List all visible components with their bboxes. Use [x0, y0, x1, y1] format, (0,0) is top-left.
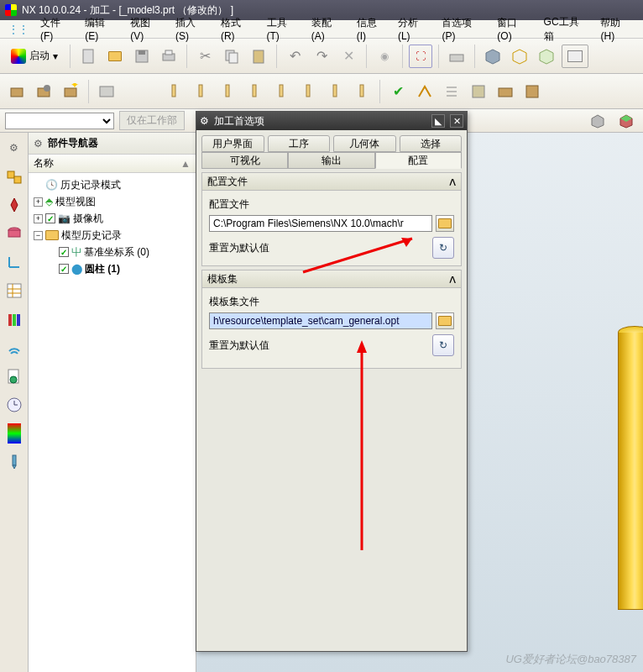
cam-btn-4[interactable]: [95, 80, 118, 103]
checkbox-icon[interactable]: ✓: [59, 264, 69, 274]
menu-tools[interactable]: 工具(T): [262, 14, 305, 44]
rail-clock[interactable]: [4, 395, 24, 415]
rail-globe[interactable]: [4, 366, 24, 386]
column-sort-icon[interactable]: ▲: [180, 158, 191, 170]
tab-output[interactable]: 输出: [288, 152, 374, 169]
menu-window[interactable]: 窗口(O): [492, 14, 536, 44]
open-button[interactable]: [103, 45, 127, 68]
rail-db[interactable]: [4, 223, 24, 244]
menu-help[interactable]: 帮助(H): [595, 14, 640, 44]
rail-sheet[interactable]: [4, 281, 24, 301]
tree-row-model-view[interactable]: + ⬘ 模型视图: [30, 193, 194, 210]
shade-button[interactable]: [481, 45, 504, 68]
stop-button[interactable]: ◉: [373, 45, 396, 68]
selection-filter[interactable]: [5, 113, 114, 129]
dialog-close-button[interactable]: ✕: [450, 114, 463, 128]
tab-geometry[interactable]: 几何体: [333, 135, 396, 152]
paste-button[interactable]: [247, 45, 270, 68]
tree-row-history-mode[interactable]: 🕓 历史记录模式: [30, 176, 194, 193]
cam-list[interactable]: [440, 80, 463, 103]
rail-drill[interactable]: [4, 452, 24, 472]
rail-wifi[interactable]: [4, 338, 24, 358]
cam-btn-1[interactable]: [5, 80, 29, 103]
tab-operation[interactable]: 工序: [268, 135, 331, 152]
layer-button[interactable]: [562, 45, 588, 68]
menu-handle-icon[interactable]: ⋮⋮: [3, 22, 34, 37]
cam-shop[interactable]: [520, 80, 544, 103]
collapse-icon[interactable]: ʌ: [449, 272, 456, 286]
dialog-titlebar[interactable]: ⚙ 加工首选项 ◣ ✕: [196, 112, 467, 130]
cam-btn-5[interactable]: [162, 80, 186, 103]
rail-constraint[interactable]: [4, 195, 24, 215]
rail-books[interactable]: [4, 309, 24, 329]
expand-icon[interactable]: +: [34, 214, 43, 223]
rail-nav[interactable]: [4, 166, 24, 186]
tree-row-datum[interactable]: ✓ ⼬ 基准坐标系 (0): [30, 244, 194, 260]
tab-ui[interactable]: 用户界面: [201, 135, 264, 152]
tree-row-cylinder[interactable]: ✓ ⬤ 圆柱 (1): [30, 260, 194, 277]
cam-path[interactable]: [413, 80, 437, 103]
fit-button[interactable]: ⛶: [409, 45, 432, 68]
rail-settings[interactable]: ⚙: [4, 138, 24, 158]
model-cylinder[interactable]: [618, 326, 643, 612]
cam-btn-7[interactable]: [216, 80, 239, 103]
reset-config-button[interactable]: ↻: [432, 237, 454, 259]
menu-assembly[interactable]: 装配(A): [306, 14, 350, 44]
rail-gradient[interactable]: [4, 423, 24, 444]
collapse-icon[interactable]: −: [34, 231, 43, 240]
work-part-only-button[interactable]: 仅在工作部: [119, 111, 185, 130]
menu-insert[interactable]: 插入(S): [170, 14, 214, 44]
wire-button[interactable]: [508, 45, 531, 68]
cut-button[interactable]: ✂: [193, 45, 217, 68]
menu-info[interactable]: 信息(I): [352, 14, 391, 44]
menu-view[interactable]: 视图(V): [125, 14, 169, 44]
section-config-header[interactable]: 配置文件 ʌ: [201, 172, 462, 191]
menu-gctoolbox[interactable]: GC工具箱: [539, 13, 594, 45]
menu-format[interactable]: 格式(R): [216, 14, 260, 44]
redo-button[interactable]: ↷: [310, 45, 333, 68]
cam-btn-2[interactable]: [32, 80, 55, 103]
edge-button[interactable]: [535, 45, 558, 68]
undo-button[interactable]: ↶: [283, 45, 306, 68]
reset-template-button[interactable]: ↻: [432, 334, 454, 356]
checkbox-icon[interactable]: ✓: [59, 247, 69, 257]
sel-cube2[interactable]: [614, 109, 638, 133]
tab-visualize[interactable]: 可视化: [201, 152, 288, 169]
cam-btn-8[interactable]: [243, 80, 266, 103]
scan-button[interactable]: [445, 45, 468, 68]
cam-btn-12[interactable]: [350, 80, 374, 103]
cam-btn-10[interactable]: [296, 80, 320, 103]
checkbox-icon[interactable]: ✓: [45, 213, 55, 223]
new-button[interactable]: [76, 45, 100, 68]
menu-file[interactable]: 文件(F): [35, 14, 78, 44]
dialog-minimize-button[interactable]: ◣: [431, 114, 445, 128]
tab-selection[interactable]: 选择: [400, 135, 463, 152]
menu-edit[interactable]: 编辑(E): [80, 14, 123, 44]
browse-template-button[interactable]: [436, 312, 454, 329]
cam-verify[interactable]: ✔: [386, 80, 410, 103]
menu-analysis[interactable]: 分析(L): [393, 14, 436, 44]
tab-config[interactable]: 配置: [375, 152, 462, 169]
tree-row-camera[interactable]: + ✓ 📷 摄像机: [30, 210, 194, 227]
cam-btn-6[interactable]: [189, 80, 212, 103]
cam-btn-9[interactable]: [269, 80, 293, 103]
column-name[interactable]: 名称: [34, 156, 54, 171]
config-file-input[interactable]: [209, 215, 432, 232]
collapse-icon[interactable]: ʌ: [449, 175, 456, 188]
tree-row-model-history[interactable]: − 模型历史记录: [30, 227, 194, 244]
cam-post[interactable]: [467, 80, 490, 103]
copy-button[interactable]: [220, 45, 243, 68]
cam-machine[interactable]: [494, 80, 517, 103]
save-button[interactable]: [130, 45, 154, 68]
template-file-input[interactable]: [209, 312, 432, 329]
sel-cube[interactable]: [586, 109, 609, 133]
section-template-header[interactable]: 模板集 ʌ: [201, 270, 462, 288]
rail-angle[interactable]: [4, 252, 24, 272]
delete-button[interactable]: ✕: [337, 45, 360, 68]
print-button[interactable]: [157, 45, 180, 68]
menu-preferences[interactable]: 首选项(P): [437, 14, 490, 44]
cam-btn-11[interactable]: [323, 80, 347, 103]
start-button[interactable]: 启动 ▾: [5, 45, 64, 68]
browse-config-button[interactable]: [436, 215, 454, 232]
cam-btn-3[interactable]: ✦: [59, 80, 82, 103]
